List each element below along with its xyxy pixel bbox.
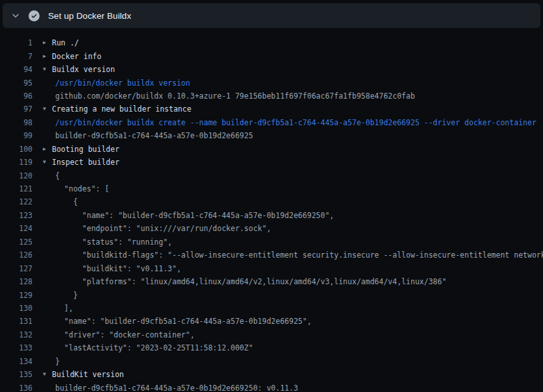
log-line: 132 "driver": "docker-container", bbox=[0, 328, 543, 341]
log-line-text: { bbox=[55, 171, 60, 180]
line-number[interactable]: 120 bbox=[0, 171, 32, 180]
log-line[interactable]: 135 ▼ BuildKit version bbox=[0, 368, 543, 381]
log-line-text: "platforms": "linux/amd64,linux/amd64/v2… bbox=[55, 277, 446, 286]
line-number[interactable]: 7 bbox=[0, 52, 32, 61]
group-expanded-icon: ▼ bbox=[43, 372, 52, 377]
line-number[interactable]: 99 bbox=[0, 131, 32, 140]
line-number[interactable]: 128 bbox=[0, 277, 32, 286]
line-number[interactable]: 94 bbox=[0, 65, 32, 74]
log-line-text: builder-d9cfb5a1-c764-445a-a57e-0b19d2e6… bbox=[55, 131, 253, 140]
log-line-text: "buildkit": "v0.11.3", bbox=[55, 264, 181, 273]
log-line-text: Inspect builder bbox=[52, 158, 120, 167]
log-line[interactable]: 1 ▶ Run ./ bbox=[0, 36, 543, 49]
group-collapsed-icon: ▶ bbox=[43, 147, 52, 152]
log-line: 129 } bbox=[0, 288, 543, 301]
group-expanded-icon: ▼ bbox=[43, 67, 52, 72]
log-line: 120 { bbox=[0, 169, 543, 182]
log-line-text: ], bbox=[55, 304, 73, 313]
log-line-text: "buildkitd-flags": "--allow-insecure-ent… bbox=[55, 251, 543, 260]
log-line: 130 ], bbox=[0, 302, 543, 315]
log-line: 96 github.com/docker/buildx 0.10.3+azure… bbox=[0, 90, 543, 103]
log-line-text: "nodes": [ bbox=[55, 184, 109, 193]
line-number[interactable]: 96 bbox=[0, 92, 32, 101]
log-line[interactable]: 7 ▶ Docker info bbox=[0, 49, 543, 62]
log-line-text: Docker info bbox=[52, 52, 101, 61]
log-line-text: } bbox=[55, 357, 60, 366]
log-line: 136 builder-d9cfb5a1-c764-445a-a57e-0b19… bbox=[0, 381, 543, 392]
log-line: 133 "lastActivity": "2023-02-25T11:58:12… bbox=[0, 341, 543, 354]
log-line-text: Booting builder bbox=[52, 145, 120, 154]
log-line: 128 "platforms": "linux/amd64,linux/amd6… bbox=[0, 275, 543, 288]
line-number[interactable]: 98 bbox=[0, 118, 32, 127]
log-line-text: "lastActivity": "2023-02-25T11:58:12.000… bbox=[55, 343, 253, 352]
group-expanded-icon: ▼ bbox=[43, 106, 52, 112]
line-number[interactable]: 136 bbox=[0, 384, 32, 392]
line-number[interactable]: 100 bbox=[0, 145, 32, 154]
line-number[interactable]: 130 bbox=[0, 304, 32, 313]
log-line-text: } bbox=[55, 291, 78, 300]
log-line-text: /usr/bin/docker buildx create --name bui… bbox=[55, 118, 537, 127]
line-number[interactable]: 126 bbox=[0, 251, 32, 260]
step-header[interactable]: Set up Docker Buildx bbox=[3, 3, 540, 28]
log-line: 127 "buildkit": "v0.11.3", bbox=[0, 262, 543, 275]
line-number[interactable]: 127 bbox=[0, 264, 32, 273]
log-line: 98 /usr/bin/docker buildx create --name … bbox=[0, 116, 543, 129]
log-line[interactable]: 100 ▶ Booting builder bbox=[0, 143, 543, 156]
chevron-down-icon[interactable] bbox=[10, 10, 21, 21]
line-number[interactable]: 135 bbox=[0, 370, 32, 379]
line-number[interactable]: 134 bbox=[0, 357, 32, 366]
log-line: 134 } bbox=[0, 355, 543, 368]
group-collapsed-icon: ▶ bbox=[43, 54, 52, 59]
line-number[interactable]: 125 bbox=[0, 238, 32, 247]
line-number[interactable]: 131 bbox=[0, 317, 32, 326]
line-number[interactable]: 119 bbox=[0, 158, 32, 167]
log-line-text: Buildx version bbox=[52, 65, 115, 74]
log-line-text: BuildKit version bbox=[52, 370, 124, 379]
line-number[interactable]: 133 bbox=[0, 343, 32, 352]
log-container: 1 ▶ Run ./ 7 ▶ Docker info 94 ▼ Buildx v… bbox=[0, 28, 543, 392]
log-line: 121 "nodes": [ bbox=[0, 182, 543, 195]
log-line-text: github.com/docker/buildx 0.10.3+azure-1 … bbox=[55, 92, 415, 101]
log-line[interactable]: 94 ▼ Buildx version bbox=[0, 63, 543, 76]
log-line-text: "driver": "docker-container", bbox=[55, 330, 195, 339]
log-line[interactable]: 97 ▼ Creating a new builder instance bbox=[0, 103, 543, 116]
log-line-text: { bbox=[55, 197, 78, 206]
line-number[interactable]: 95 bbox=[0, 79, 32, 88]
group-collapsed-icon: ▶ bbox=[43, 40, 52, 45]
step-title: Set up Docker Buildx bbox=[48, 11, 131, 21]
line-number[interactable]: 132 bbox=[0, 330, 32, 339]
check-circle-icon bbox=[29, 10, 40, 21]
log-line-text: Run ./ bbox=[52, 38, 79, 47]
log-line-text: builder-d9cfb5a1-c764-445a-a57e-0b19d2e6… bbox=[55, 384, 298, 392]
line-number[interactable]: 121 bbox=[0, 184, 32, 193]
log-line: 124 "endpoint": "unix:///var/run/docker.… bbox=[0, 222, 543, 235]
log-line-text: "status": "running", bbox=[55, 238, 172, 247]
line-number[interactable]: 1 bbox=[0, 38, 32, 47]
log-line-text: /usr/bin/docker buildx version bbox=[55, 79, 190, 88]
log-line: 99 builder-d9cfb5a1-c764-445a-a57e-0b19d… bbox=[0, 129, 543, 142]
group-expanded-icon: ▼ bbox=[43, 160, 52, 165]
log-line: 131 "name": "builder-d9cfb5a1-c764-445a-… bbox=[0, 315, 543, 328]
line-number[interactable]: 122 bbox=[0, 197, 32, 206]
line-number[interactable]: 97 bbox=[0, 104, 32, 114]
line-number[interactable]: 124 bbox=[0, 224, 32, 233]
log-line[interactable]: 119 ▼ Inspect builder bbox=[0, 156, 543, 169]
log-line: 122 { bbox=[0, 195, 543, 208]
log-line-text: "name": "builder-d9cfb5a1-c764-445a-a57e… bbox=[55, 317, 312, 326]
log-line: 123 "name": "builder-d9cfb5a1-c764-445a-… bbox=[0, 209, 543, 222]
log-line-text: "name": "builder-d9cfb5a1-c764-445a-a57e… bbox=[55, 211, 334, 220]
line-number[interactable]: 129 bbox=[0, 291, 32, 300]
log-line: 125 "status": "running", bbox=[0, 236, 543, 249]
log-line: 95 /usr/bin/docker buildx version bbox=[0, 76, 543, 89]
log-line-text: "endpoint": "unix:///var/run/docker.sock… bbox=[55, 224, 271, 233]
log-line-text: Creating a new builder instance bbox=[52, 104, 192, 114]
log-line: 126 "buildkitd-flags": "--allow-insecure… bbox=[0, 249, 543, 262]
line-number[interactable]: 123 bbox=[0, 211, 32, 220]
